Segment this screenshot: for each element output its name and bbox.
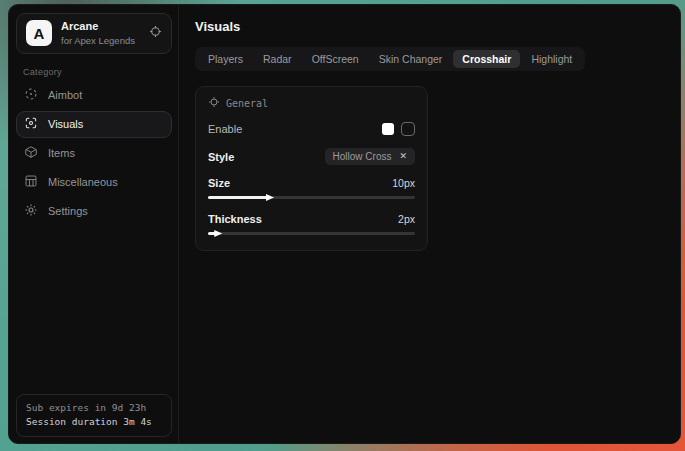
main-content: Visuals Players Radar OffScreen Skin Cha… <box>179 5 680 443</box>
sidebar-spacer <box>16 225 172 394</box>
thickness-slider[interactable] <box>208 230 415 237</box>
size-value: 10px <box>392 177 415 189</box>
size-slider-fill <box>208 196 268 199</box>
items-icon <box>24 145 38 161</box>
sidebar-nav: Aimbot Visuals Items <box>16 82 172 225</box>
style-value: Hollow Cross <box>333 151 392 162</box>
sidebar-item-label: Miscellaneous <box>48 176 118 188</box>
settings-icon <box>24 203 38 219</box>
style-label: Style <box>208 151 234 163</box>
general-settings-icon <box>208 96 220 110</box>
panel-header: General <box>208 96 415 110</box>
clear-style-icon[interactable]: ✕ <box>399 152 407 161</box>
style-row: Style Hollow Cross ✕ <box>208 148 415 165</box>
sidebar-item-label: Aimbot <box>48 89 82 101</box>
tab-bar: Players Radar OffScreen Skin Changer Cro… <box>195 47 585 71</box>
target-icon[interactable] <box>149 24 162 42</box>
tab-crosshair[interactable]: Crosshair <box>453 50 520 68</box>
enable-row: Enable <box>208 122 415 136</box>
session-duration-text: Session duration 3m 4s <box>26 415 162 430</box>
enable-checkbox[interactable] <box>401 122 415 136</box>
enable-label: Enable <box>208 123 242 135</box>
sub-expires-text: Sub expires in 9d 23h <box>26 401 162 416</box>
sidebar-item-label: Items <box>48 147 75 159</box>
size-label: Size <box>208 177 230 189</box>
size-slider[interactable] <box>208 194 415 201</box>
page-title: Visuals <box>195 19 664 34</box>
sidebar: A Arcane for Apex Legends Category <box>9 5 179 443</box>
sidebar-item-miscellaneous[interactable]: Miscellaneous <box>16 169 172 196</box>
panel-title: General <box>226 98 268 109</box>
tab-highlight[interactable]: Highlight <box>522 50 581 68</box>
sidebar-item-visuals[interactable]: Visuals <box>16 111 172 138</box>
size-row: Size 10px <box>208 177 415 189</box>
tab-offscreen[interactable]: OffScreen <box>303 50 368 68</box>
brand-card: A Arcane for Apex Legends <box>16 13 172 54</box>
sidebar-item-items[interactable]: Items <box>16 140 172 167</box>
general-panel: General Enable Style Hollow Cross ✕ <box>195 86 428 251</box>
sidebar-item-aimbot[interactable]: Aimbot <box>16 82 172 109</box>
tab-radar[interactable]: Radar <box>254 50 301 68</box>
sidebar-item-settings[interactable]: Settings <box>16 198 172 225</box>
app-subtitle: for Apex Legends <box>61 35 140 47</box>
visuals-icon <box>24 116 38 132</box>
category-label: Category <box>23 67 172 77</box>
sidebar-item-label: Settings <box>48 205 88 217</box>
app-name: Arcane <box>61 20 140 34</box>
app-window: A Arcane for Apex Legends Category <box>8 4 681 444</box>
miscellaneous-icon <box>24 174 38 190</box>
tab-players[interactable]: Players <box>199 50 252 68</box>
tab-skin-changer[interactable]: Skin Changer <box>370 50 452 68</box>
thickness-row: Thickness 2px <box>208 213 415 225</box>
brand-text: Arcane for Apex Legends <box>61 20 140 47</box>
style-select[interactable]: Hollow Cross ✕ <box>325 148 415 165</box>
subscription-info: Sub expires in 9d 23h Session duration 3… <box>16 394 172 437</box>
color-swatch[interactable] <box>382 123 394 135</box>
aimbot-icon <box>24 87 38 103</box>
enable-controls <box>382 122 415 136</box>
thickness-slider-track[interactable] <box>208 232 415 235</box>
sidebar-item-label: Visuals <box>48 118 83 130</box>
app-logo: A <box>26 20 52 46</box>
thickness-label: Thickness <box>208 213 262 225</box>
thickness-value: 2px <box>398 213 415 225</box>
